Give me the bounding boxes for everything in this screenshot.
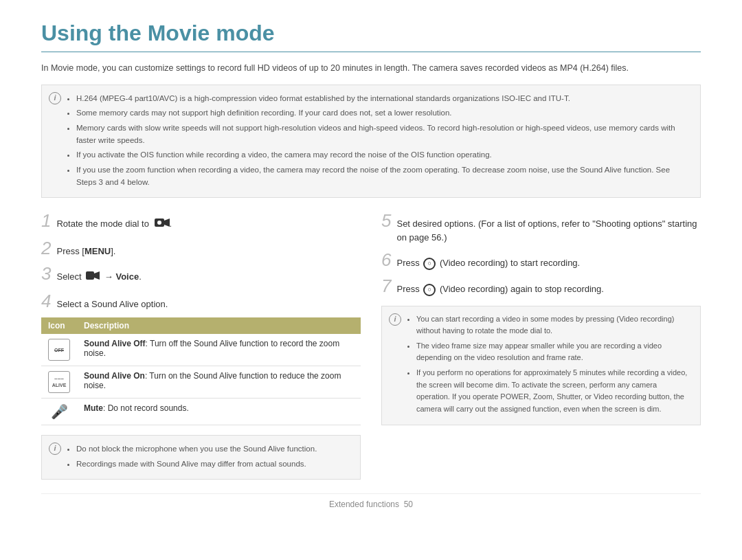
step-5-number: 5 [381, 212, 391, 229]
right-note-item-1: You can start recording a video in some … [416, 313, 690, 337]
right-note: i You can start recording a video in som… [381, 306, 701, 426]
step-1-text: Rotate the mode dial to . [56, 217, 172, 232]
note-icon: i [49, 92, 61, 104]
table-desc-3: Mute: Do not record sounds. [77, 399, 361, 425]
step-4-number: 4 [41, 292, 51, 310]
right-steps: 5 Set desired options. (For a list of op… [381, 212, 701, 295]
main-content: 1 Rotate the mode dial to . 2 Press [MEN… [41, 212, 701, 479]
circle-btn-6: ○ [423, 258, 436, 270]
table-desc-2: Sound Alive On: Turn on the Sound Alive … [77, 366, 361, 399]
left-column: 1 Rotate the mode dial to . 2 Press [MEN… [41, 212, 361, 479]
note-item-2: Some memory cards may not support high d… [76, 107, 690, 119]
footer-page-number: 50 [404, 500, 413, 509]
note-item-3: Memory cards with slow write speeds will… [76, 122, 690, 147]
step-5: 5 Set desired options. (For a list of op… [381, 212, 701, 244]
bottom-note-icon: i [49, 443, 61, 455]
step-3: 3 Select → Voice. [41, 265, 361, 284]
movie-select-icon [86, 270, 100, 281]
step-4: 4 Select a Sound Alive option. [41, 292, 361, 311]
step-7-number: 7 [381, 277, 391, 295]
intro-text: In Movie mode, you can customize setting… [41, 62, 701, 75]
footer: Extended functions 50 [41, 493, 701, 509]
step-1-number: 1 [41, 212, 51, 229]
table-desc-1: Sound Alive Off: Turn off the Sound Aliv… [77, 334, 361, 366]
table-header-icon: Icon [41, 317, 77, 334]
table-icon-1: OFF [41, 334, 77, 366]
svg-point-2 [157, 221, 161, 225]
right-note-list: You can start recording a video in some … [407, 313, 690, 416]
step-6-text: Press ○ (Video recording) to start recor… [396, 256, 580, 270]
sound-alive-table: Icon Description OFF Sound Alive Off: Tu… [41, 317, 361, 425]
step-6: 6 Press ○ (Video recording) to start rec… [381, 251, 701, 270]
bottom-note-item-2: Recordings made with Sound Alive may dif… [76, 458, 350, 470]
circle-btn-7: ○ [423, 284, 436, 296]
right-column: 5 Set desired options. (For a list of op… [381, 212, 701, 479]
sound-on-icon: ~~~ ALIVE [48, 371, 70, 393]
table-icon-2: ~~~ ALIVE [41, 366, 77, 399]
note-item-1: H.264 (MPEG-4 part10/AVC) is a high-comp… [76, 92, 690, 104]
step-4-text: Select a Sound Alive option. [56, 298, 168, 311]
top-note-list: H.264 (MPEG-4 part10/AVC) is a high-comp… [67, 92, 690, 189]
top-note-box: i H.264 (MPEG-4 part10/AVC) is a high-co… [41, 85, 701, 199]
page-title: Using the Movie mode [41, 21, 701, 52]
mute-icon: 🎤 [48, 403, 70, 420]
bottom-note-item-1: Do not block the microphone when you use… [76, 443, 350, 455]
bottom-note: i Do not block the microphone when you u… [41, 435, 361, 480]
right-note-item-2: The video frame size may appear smaller … [416, 340, 690, 364]
table-row-3: 🎤 Mute: Do not record sounds. [41, 399, 361, 425]
note-item-5: If you use the zoom function when record… [76, 164, 690, 189]
table-header-desc: Description [77, 317, 361, 334]
step-7: 7 Press ○ (Video recording) again to sto… [381, 277, 701, 296]
step-2-number: 2 [41, 239, 51, 257]
step-5-text: Set desired options. (For a list of opti… [396, 217, 701, 244]
right-note-item-3: If you perform no operations for approxi… [416, 367, 690, 415]
table-row-2: ~~~ ALIVE Sound Alive On: Turn on the So… [41, 366, 361, 399]
right-note-icon: i [389, 313, 401, 326]
footer-text: Extended functions [329, 500, 399, 509]
note-item-4: If you activate the OIS function while r… [76, 148, 690, 161]
svg-marker-4 [94, 271, 100, 280]
step-2-text: Press [MENU]. [56, 245, 115, 258]
bottom-note-list: Do not block the microphone when you use… [67, 443, 350, 470]
sound-off-icon: OFF [48, 339, 70, 361]
svg-rect-3 [86, 271, 94, 280]
table-icon-3: 🎤 [41, 399, 77, 425]
step-7-text: Press ○ (Video recording) again to stop … [396, 282, 603, 296]
step-2: 2 Press [MENU]. [41, 239, 361, 258]
table-row-1: OFF Sound Alive Off: Turn off the Sound … [41, 334, 361, 366]
svg-marker-1 [164, 219, 170, 227]
step-6-number: 6 [381, 251, 391, 269]
step-3-text: Select → Voice. [56, 270, 141, 285]
step-1: 1 Rotate the mode dial to . [41, 212, 361, 232]
step-3-number: 3 [41, 265, 51, 282]
video-mode-icon [155, 217, 170, 228]
